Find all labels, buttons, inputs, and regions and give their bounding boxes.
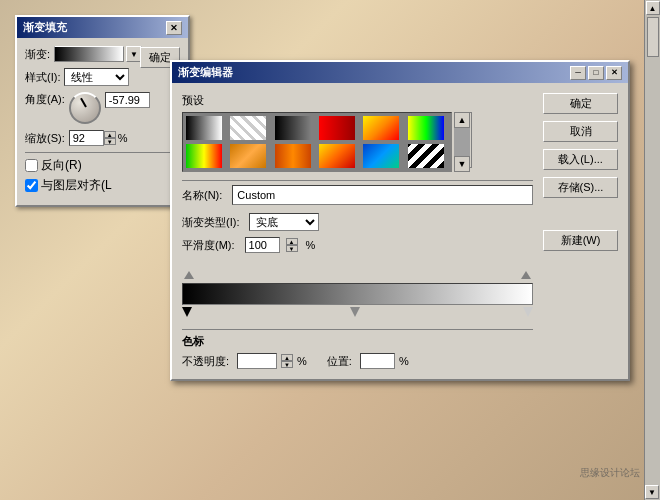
type-label: 渐变类型(I):: [182, 215, 239, 230]
preset-8[interactable]: [229, 143, 267, 169]
presets-label: 预设: [182, 93, 533, 108]
align-checkbox[interactable]: [25, 179, 38, 192]
opacity-spin: ▲ ▼: [281, 354, 293, 368]
scale-spin-up[interactable]: ▲: [104, 131, 116, 138]
angle-knob-container: [69, 92, 101, 124]
type-row: 渐变类型(I): 实底 杂色: [182, 213, 533, 231]
preset-11[interactable]: [362, 143, 400, 169]
angle-input[interactable]: -57.99: [105, 92, 150, 108]
style-select[interactable]: 线性: [64, 68, 129, 86]
reverse-label: 反向(R): [41, 157, 82, 174]
smooth-spin-down[interactable]: ▼: [286, 245, 298, 252]
scroll-thumb[interactable]: [647, 17, 659, 57]
watermark: 思缘设计论坛: [580, 466, 640, 480]
gradient-preview[interactable]: [54, 46, 124, 62]
right-scrollbar[interactable]: ▲ ▼: [644, 0, 660, 500]
color-controls: 不透明度: ▲ ▼ % 位置: %: [182, 353, 533, 369]
scale-spin-down[interactable]: ▼: [104, 138, 116, 145]
location-value[interactable]: [360, 353, 395, 369]
opacity-spin-down[interactable]: ▼: [281, 361, 293, 368]
maximize-btn[interactable]: □: [588, 66, 604, 80]
name-input[interactable]: [232, 185, 533, 205]
opacity-pct: %: [297, 355, 307, 367]
gradient-label: 渐变:: [25, 47, 50, 62]
gradient-bar-top: [182, 263, 533, 281]
smooth-spin: ▲ ▼: [286, 238, 298, 252]
opacity-spin-up[interactable]: ▲: [281, 354, 293, 361]
close-btn[interactable]: ✕: [606, 66, 622, 80]
color-stop-white[interactable]: [523, 307, 533, 317]
type-select[interactable]: 实底 杂色: [249, 213, 319, 231]
scale-input[interactable]: [69, 130, 104, 146]
gradient-fill-close-btn[interactable]: ✕: [166, 21, 182, 35]
preset-10[interactable]: [318, 143, 356, 169]
smooth-unit: %: [306, 239, 316, 251]
watermark-text: 思缘设计论坛: [580, 467, 640, 478]
preset-3[interactable]: [274, 115, 312, 141]
angle-label: 角度(A):: [25, 92, 65, 107]
gradient-editor-title: 渐变编辑器: [178, 65, 233, 80]
opacity-stop-right[interactable]: [521, 271, 531, 279]
gradient-bar-container: [182, 263, 533, 323]
opacity-stop-left[interactable]: [184, 271, 194, 279]
color-stop-mid[interactable]: [350, 307, 360, 317]
gradient-editor-titlebar: 渐变编辑器 ─ □ ✕: [172, 62, 628, 83]
minimize-btn[interactable]: ─: [570, 66, 586, 80]
scale-unit: %: [118, 132, 128, 144]
preset-7[interactable]: [185, 143, 223, 169]
reverse-checkbox[interactable]: [25, 159, 38, 172]
preset-12[interactable]: [407, 143, 445, 169]
color-stop-black[interactable]: [182, 307, 192, 317]
style-row: 样式(I): 线性: [25, 68, 180, 86]
presets-scroll-track: [454, 128, 470, 156]
reverse-row: 反向(R): [25, 157, 180, 174]
preset-1[interactable]: [185, 115, 223, 141]
smooth-label: 平滑度(M):: [182, 238, 235, 253]
preset-9[interactable]: [274, 143, 312, 169]
scale-label: 缩放(S):: [25, 131, 65, 146]
smooth-input[interactable]: [245, 237, 280, 253]
presets-wrapper: ▲ ▼: [182, 112, 452, 172]
name-row: 名称(N):: [182, 185, 533, 205]
opacity-label: 不透明度:: [182, 354, 229, 369]
gradient-fill-body: 渐变: ▼ 确定 样式(I): 线性 角度(A): -57.99 缩放(S):: [17, 38, 188, 205]
color-section: 色标 不透明度: ▲ ▼ % 位置: %: [182, 334, 533, 369]
smooth-spin-up[interactable]: ▲: [286, 238, 298, 245]
opacity-value[interactable]: [237, 353, 277, 369]
gradient-bar-bottom: [182, 305, 533, 323]
preset-5[interactable]: [362, 115, 400, 141]
editor-body: 预设: [172, 83, 628, 379]
preset-2[interactable]: [229, 115, 267, 141]
spacer: [543, 205, 618, 225]
smooth-row: 平滑度(M): ▲ ▼ %: [182, 237, 533, 253]
angle-knob[interactable]: [69, 92, 101, 124]
editor-left: 预设: [182, 93, 533, 369]
name-label: 名称(N):: [182, 188, 222, 203]
presets-section: 预设: [182, 93, 533, 172]
opacity-row: 不透明度: ▲ ▼ %: [182, 353, 311, 369]
angle-row: 角度(A): -57.99: [25, 92, 180, 124]
color-section-label: 色标: [182, 334, 533, 349]
presets-scroll-down[interactable]: ▼: [454, 156, 470, 172]
gradient-fill-dialog: 渐变填充 ✕ 渐变: ▼ 确定 样式(I): 线性 角度(A): -57.99: [15, 15, 190, 207]
ok-button-editor[interactable]: 确定: [543, 93, 618, 114]
cancel-button-editor[interactable]: 取消: [543, 121, 618, 142]
align-row: 与图层对齐(L: [25, 177, 180, 194]
gradient-editor-dialog: 渐变编辑器 ─ □ ✕ 预设: [170, 60, 630, 381]
preset-6[interactable]: [407, 115, 445, 141]
scale-row: 缩放(S): ▲ ▼ %: [25, 130, 180, 146]
load-button-editor[interactable]: 载入(L)...: [543, 149, 618, 170]
style-label: 样式(I):: [25, 70, 60, 85]
presets-scroll-up[interactable]: ▲: [454, 112, 470, 128]
gradient-bar[interactable]: [182, 283, 533, 305]
scroll-up-btn[interactable]: ▲: [646, 1, 660, 15]
new-button-editor[interactable]: 新建(W): [543, 230, 618, 251]
scale-spin: ▲ ▼: [104, 131, 116, 145]
save-button-editor[interactable]: 存储(S)...: [543, 177, 618, 198]
preset-4[interactable]: [318, 115, 356, 141]
titlebar-buttons: ─ □ ✕: [570, 66, 622, 80]
scroll-down-btn[interactable]: ▼: [645, 485, 659, 499]
location-pct: %: [399, 355, 409, 367]
presets-area: ▲ ▼ ▶: [182, 112, 533, 172]
location-row: 位置: %: [327, 353, 413, 369]
